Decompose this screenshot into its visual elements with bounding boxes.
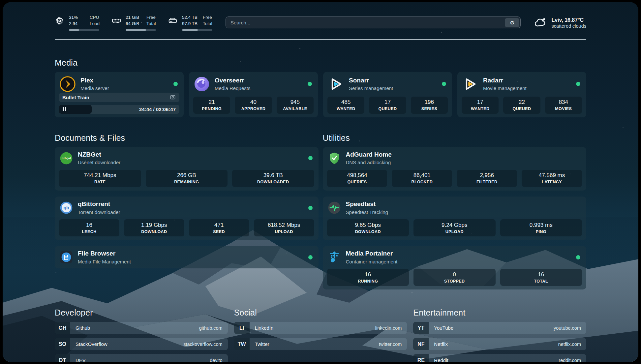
system-stats: 31% 2.94 CPU Load xyxy=(55,15,212,31)
portainer-status-dot xyxy=(576,255,580,259)
header-divider xyxy=(55,39,586,40)
memory-free-label: Free xyxy=(146,15,156,21)
section-title-documents: Documents & Files xyxy=(55,133,319,143)
bookmark-youtube[interactable]: YT YouTube youtube.com xyxy=(413,322,586,334)
cpu-value: 31% xyxy=(69,15,85,21)
linkedin-url: linkedin.com xyxy=(375,322,407,334)
qbittorrent-stat-upload: 618.52 MbpsUPLOAD xyxy=(254,219,314,236)
bookmark-group-developer: Developer GH Github github.com SO StackO… xyxy=(55,308,228,362)
qbittorrent-desc: Torrent downloader xyxy=(78,209,120,216)
card-filebrowser[interactable]: File Browser Media File Management xyxy=(55,246,319,268)
bookmark-netflix[interactable]: NF Netflix netflix.com xyxy=(413,338,586,350)
plex-desc: Media server xyxy=(80,85,109,92)
linkedin-abbr: LI xyxy=(234,322,250,334)
bookmark-group-entertainment: Entertainment YT YouTube youtube.com NF … xyxy=(413,308,586,362)
twitter-url: twitter.com xyxy=(379,338,407,350)
section-title-utilities: Utilities xyxy=(323,133,587,143)
stackoverflow-url: stackoverflow.com xyxy=(183,338,228,350)
card-plex[interactable]: Plex Media server Bullet Train xyxy=(55,72,184,117)
memory-total-label: Total xyxy=(146,21,156,27)
sonarr-desc: Series management xyxy=(349,85,393,92)
cpu-icon xyxy=(55,16,65,26)
section-utilities: Utilities xyxy=(323,133,587,290)
qbittorrent-icon: qb xyxy=(59,200,74,215)
nzbget-name: NZBGet xyxy=(78,151,120,159)
video-icon xyxy=(169,94,176,101)
qbittorrent-stat-download: 1.19 GbpsDOWNLOAD xyxy=(124,219,184,236)
netflix-url: netflix.com xyxy=(558,338,586,350)
disk-progressbar xyxy=(182,29,212,31)
bookmark-dev[interactable]: DT DEV dev.to xyxy=(55,354,228,362)
bookmark-linkedin[interactable]: LI LinkedIn linkedin.com xyxy=(234,322,407,334)
card-radarr[interactable]: Radarr Movie management 17WANTED 22QUEUE… xyxy=(457,72,586,117)
sonarr-icon xyxy=(327,76,345,93)
github-abbr: GH xyxy=(55,322,70,334)
card-sonarr[interactable]: Sonarr Series management 485WANTED 17QUE… xyxy=(323,72,452,117)
radarr-status-dot xyxy=(576,82,580,86)
bookmark-github[interactable]: GH Github github.com xyxy=(55,322,228,334)
portainer-stat-total: 16TOTAL xyxy=(500,269,582,286)
radarr-stat-movies: 834MOVIES xyxy=(545,97,582,114)
bookmark-twitter[interactable]: TW Twitter twitter.com xyxy=(234,338,407,350)
card-overseerr[interactable]: Overseerr Media Requests 21PENDING 40APP… xyxy=(189,72,318,117)
card-qbittorrent[interactable]: qb qBittorrent Torrent downloader xyxy=(55,197,319,240)
overseerr-desc: Media Requests xyxy=(215,85,250,92)
netflix-abbr: NF xyxy=(413,338,429,350)
bookmarks-section: Developer GH Github github.com SO StackO… xyxy=(55,308,586,362)
speedtest-name: Speedtest xyxy=(346,200,388,208)
overseerr-status-dot xyxy=(308,82,312,86)
adguard-icon xyxy=(327,151,342,166)
sonarr-stat-wanted: 485WANTED xyxy=(327,97,364,114)
speedtest-desc: Speedtest Tracking xyxy=(346,209,388,216)
card-portainer[interactable]: Media Portainer Container management 16R… xyxy=(323,246,587,289)
nzbget-stat-downloaded: 39.6 TBDOWNLOADED xyxy=(232,170,314,187)
plex-name: Plex xyxy=(80,76,109,85)
portainer-name: Media Portainer xyxy=(346,250,398,258)
dev-url: dev.to xyxy=(210,354,228,362)
sonarr-name: Sonarr xyxy=(349,76,393,85)
youtube-name: YouTube xyxy=(429,322,453,334)
netflix-name: Netflix xyxy=(429,338,448,350)
svg-text:qb: qb xyxy=(63,205,69,210)
dev-name: DEV xyxy=(70,354,86,362)
svg-text:nzbget: nzbget xyxy=(62,157,71,160)
nzbget-status-dot xyxy=(308,156,313,160)
search-provider-button[interactable]: G xyxy=(505,18,519,27)
bookmark-reddit[interactable]: RE Reddit reddit.com xyxy=(413,354,586,362)
speedtest-icon xyxy=(327,200,342,215)
search-input[interactable] xyxy=(226,17,504,28)
dashboard-screen: 31% 2.94 CPU Load xyxy=(3,2,638,362)
adguard-stat-blocked: 86,401BLOCKED xyxy=(392,170,452,187)
section-media: Media Plex Media server xyxy=(55,58,586,117)
overseerr-name: Overseerr xyxy=(215,76,250,85)
nzbget-desc: Usenet downloader xyxy=(78,159,120,166)
memory-icon xyxy=(111,16,121,26)
filebrowser-desc: Media File Management xyxy=(78,258,131,265)
nzbget-icon: nzbget xyxy=(59,151,74,166)
reddit-url: reddit.com xyxy=(559,354,586,362)
sonarr-stat-queued: 17QUEUED xyxy=(369,97,406,114)
bookmark-stackoverflow[interactable]: SO StackOverflow stackoverflow.com xyxy=(55,338,228,350)
github-name: Github xyxy=(70,322,90,334)
search-bar[interactable]: G xyxy=(226,16,521,28)
card-adguard[interactable]: AdGuard Home DNS and adblocking 498,564Q… xyxy=(323,147,587,191)
reddit-name: Reddit xyxy=(429,354,448,362)
memory-widget: 21 GiB 64 GiB Free Total xyxy=(111,15,156,31)
sonarr-stat-series: 196SERIES xyxy=(411,97,448,114)
adguard-desc: DNS and adblocking xyxy=(346,159,392,166)
memory-progressbar xyxy=(126,29,156,31)
sonarr-status-dot xyxy=(442,82,446,86)
stackoverflow-abbr: SO xyxy=(55,338,70,350)
youtube-url: youtube.com xyxy=(554,322,586,334)
portainer-stat-stopped: 0STOPPED xyxy=(413,269,496,286)
adguard-stat-filtered: 2,956FILTERED xyxy=(457,170,517,187)
portainer-icon xyxy=(327,250,342,264)
plex-now-playing: Bullet Train xyxy=(59,93,179,102)
linkedin-name: LinkedIn xyxy=(250,322,274,334)
card-nzbget[interactable]: nzbget NZBGet Usenet downloader 74 xyxy=(55,147,319,191)
disk-free-label: Free xyxy=(203,15,212,21)
card-speedtest[interactable]: Speedtest Speedtest Tracking 9.65 GbpsDO… xyxy=(323,197,587,240)
bookmark-group-social: Social LI LinkedIn linkedin.com TW Twitt… xyxy=(234,308,407,362)
radarr-stat-queued: 22QUEUED xyxy=(503,97,540,114)
stackoverflow-name: StackOverflow xyxy=(70,338,107,350)
